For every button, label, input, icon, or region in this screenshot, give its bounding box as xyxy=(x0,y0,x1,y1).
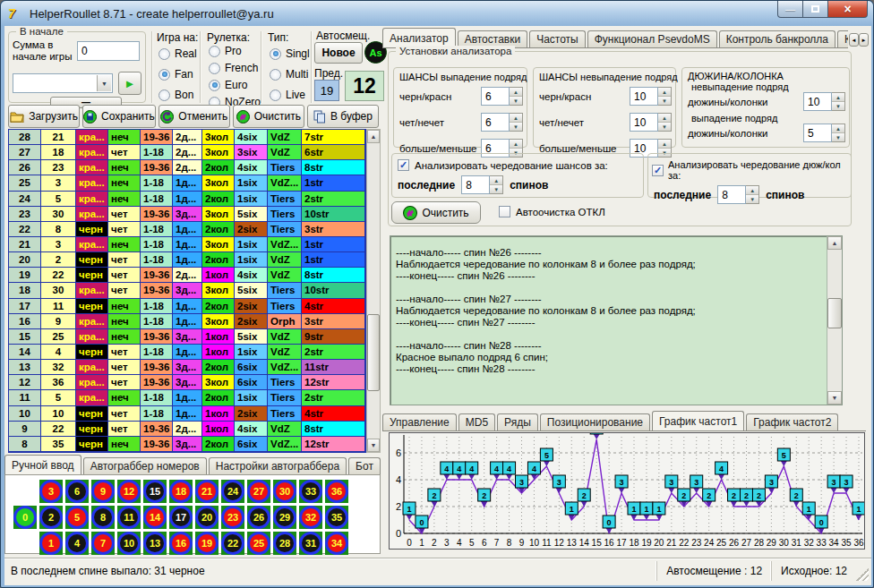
table-cell[interactable]: 8 xyxy=(41,222,76,237)
table-cell[interactable]: 28 xyxy=(9,130,41,145)
spinner-down-button[interactable]: ▼ xyxy=(832,102,844,110)
number-cell-36[interactable]: 36 xyxy=(325,480,348,503)
table-cell[interactable]: Tiers xyxy=(268,299,302,314)
table-cell[interactable]: 3str xyxy=(302,314,365,329)
table-cell[interactable]: кра... xyxy=(76,329,108,345)
table-cell[interactable]: черн xyxy=(76,222,108,237)
table-cell[interactable]: черн xyxy=(76,268,108,283)
table-cell[interactable]: 4str xyxy=(302,299,365,314)
spinner[interactable]: 10▲▼ xyxy=(803,92,845,111)
load-button[interactable]: Загрузить xyxy=(8,105,80,128)
table-cell[interactable]: 20 xyxy=(9,252,41,268)
number-cell-0[interactable]: 0 xyxy=(13,506,37,529)
bottom-tab-1[interactable]: Управление xyxy=(382,413,457,430)
table-cell[interactable]: 1кол xyxy=(202,268,235,283)
table-cell[interactable]: 8str xyxy=(302,268,365,283)
table-cell[interactable]: 19-36 xyxy=(141,437,173,452)
number-cell-11[interactable]: 11 xyxy=(117,506,141,529)
table-cell[interactable]: чет xyxy=(108,268,141,283)
new-button[interactable]: Новое xyxy=(314,42,363,64)
table-cell[interactable]: неч xyxy=(108,160,141,175)
table-cell[interactable]: неч xyxy=(108,314,141,329)
table-cell[interactable]: 15 xyxy=(9,329,41,345)
table-cell[interactable]: 2кол xyxy=(202,160,235,175)
table-cell[interactable]: 24 xyxy=(9,192,41,207)
number-cell-9[interactable]: 9 xyxy=(91,480,115,503)
table-cell[interactable]: Tiers xyxy=(268,160,302,175)
table-cell[interactable]: 3д... xyxy=(173,283,202,298)
number-cell-21[interactable]: 21 xyxy=(195,480,218,503)
table-cell[interactable]: 1-18 xyxy=(141,252,173,268)
table-cell[interactable]: Tiers xyxy=(268,207,302,222)
table-cell[interactable]: 1-18 xyxy=(141,314,173,329)
table-cell[interactable]: кра... xyxy=(76,192,108,207)
table-cell[interactable]: кра... xyxy=(76,207,108,222)
table-cell[interactable]: 1д... xyxy=(173,252,202,268)
table-cell[interactable]: кра... xyxy=(76,175,108,191)
maximize-button[interactable] xyxy=(803,1,827,18)
spinner-up-button[interactable]: ▲ xyxy=(510,114,522,123)
type-radio-multi[interactable]: Multi xyxy=(270,68,310,81)
roulette-radio-french[interactable]: French xyxy=(209,62,261,74)
checkbox-row[interactable]: ✓ Анализировать чередование дюж/кол за: xyxy=(652,159,847,181)
game-on-radio-bon[interactable]: Bon xyxy=(159,89,197,101)
number-cell-28[interactable]: 28 xyxy=(273,532,296,555)
game-on-radio-real[interactable]: Real xyxy=(159,47,197,60)
scroll-thumb[interactable] xyxy=(827,298,842,329)
table-cell[interactable]: 4six xyxy=(235,268,268,283)
scroll-track[interactable] xyxy=(827,250,842,391)
number-cell-16[interactable]: 16 xyxy=(169,532,193,555)
table-cell[interactable]: VdZ xyxy=(268,130,302,145)
game-on-radio-fan[interactable]: Fan xyxy=(159,68,197,81)
spinner-up-button[interactable]: ▲ xyxy=(658,88,671,97)
table-cell[interactable]: 1six xyxy=(235,237,268,252)
table-cell[interactable]: 2кол xyxy=(202,299,235,314)
table-cell[interactable]: 2кол xyxy=(202,252,235,268)
table-cell[interactable]: 2str xyxy=(302,345,365,360)
number-cell-2[interactable]: 2 xyxy=(39,506,63,529)
table-cell[interactable]: 1д... xyxy=(173,192,202,207)
table-cell[interactable]: неч xyxy=(108,437,141,452)
table-scrollbar[interactable]: ▲ ▼ xyxy=(366,129,381,453)
table-cell[interactable]: 1-18 xyxy=(141,145,173,160)
table-cell[interactable]: 1кол xyxy=(202,345,235,360)
spinner-down-button[interactable]: ▼ xyxy=(832,133,844,141)
tabs-scroll-right-button[interactable]: ► xyxy=(859,33,869,47)
table-cell[interactable]: 21 xyxy=(41,130,76,145)
number-cell-15[interactable]: 15 xyxy=(143,480,167,503)
table-cell[interactable]: 3д... xyxy=(173,437,202,452)
table-cell[interactable]: 36 xyxy=(41,375,76,390)
number-cell-24[interactable]: 24 xyxy=(221,480,244,503)
table-cell[interactable]: VdZ xyxy=(268,252,302,268)
table-cell[interactable]: 1str xyxy=(302,252,365,268)
number-cell-22[interactable]: 22 xyxy=(221,532,244,555)
checkbox-row[interactable]: ✓ Анализировать чередование шансов за: xyxy=(398,159,638,171)
analyzer-tab-3[interactable]: Частоты xyxy=(529,30,586,47)
table-cell[interactable]: кра... xyxy=(76,130,108,145)
table-cell[interactable]: VdZ xyxy=(268,268,302,283)
table-cell[interactable]: кра... xyxy=(76,160,108,175)
table-cell[interactable]: кра... xyxy=(76,360,108,375)
analyzer-tab-4[interactable]: Функционал PsevdoMS xyxy=(587,30,717,47)
table-cell[interactable]: 2д... xyxy=(173,145,202,160)
table-cell[interactable]: 10str xyxy=(302,283,365,298)
table-cell[interactable]: VdZ xyxy=(268,145,302,160)
table-cell[interactable]: 3 xyxy=(41,175,76,191)
table-cell[interactable]: 3str xyxy=(302,222,365,237)
table-cell[interactable]: неч xyxy=(108,130,141,145)
table-cell[interactable]: VdZ... xyxy=(268,437,302,452)
start-sum-input[interactable]: 0 xyxy=(77,41,140,61)
number-cell-25[interactable]: 25 xyxy=(247,532,270,555)
table-cell[interactable]: 16 xyxy=(9,314,41,329)
table-cell[interactable]: кра... xyxy=(76,145,108,160)
table-cell[interactable]: 11 xyxy=(41,299,76,314)
table-cell[interactable]: чет xyxy=(108,145,141,160)
table-cell[interactable]: 2six xyxy=(235,314,268,329)
table-cell[interactable]: 9 xyxy=(9,422,41,437)
table-cell[interactable]: 22 xyxy=(9,222,41,237)
undo-button[interactable]: Отменить xyxy=(159,105,230,128)
table-cell[interactable]: 4 xyxy=(41,345,76,360)
table-cell[interactable]: 5six xyxy=(235,329,268,345)
number-cell-4[interactable]: 4 xyxy=(65,532,89,555)
table-cell[interactable]: Tiers xyxy=(268,375,302,390)
